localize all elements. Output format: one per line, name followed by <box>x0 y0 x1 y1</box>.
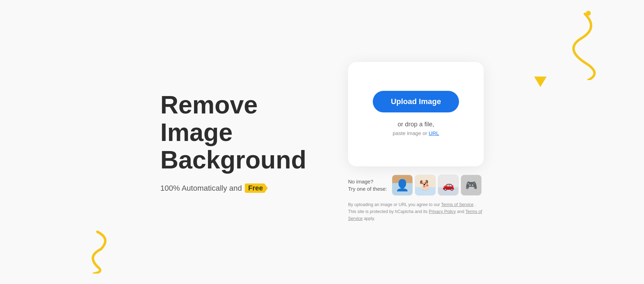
upload-section: Upload Image or drop a file, paste image… <box>348 62 484 222</box>
sample-thumbnails <box>392 175 482 196</box>
main-layout: Remove Image Background 100% Automatical… <box>0 0 644 284</box>
url-link[interactable]: URL <box>429 130 439 136</box>
sample-thumb-car[interactable] <box>438 175 459 196</box>
hero-section: Remove Image Background 100% Automatical… <box>160 91 306 193</box>
legal-text: By uploading an image or URL you agree t… <box>348 201 484 222</box>
drop-text-area: or drop a file, paste image or URL <box>393 119 439 138</box>
subtitle: 100% Automatically and Free <box>160 183 306 193</box>
upload-card: Upload Image or drop a file, paste image… <box>348 62 484 166</box>
page-title: Remove Image Background <box>160 91 306 174</box>
sample-thumb-controller[interactable] <box>461 175 482 196</box>
sample-images-row: No image? Try one of these: <box>348 175 482 196</box>
upload-image-button[interactable]: Upload Image <box>373 91 459 112</box>
sample-label: No image? Try one of these: <box>348 178 387 192</box>
privacy-link[interactable]: Privacy Policy <box>429 209 456 214</box>
tos-link-1[interactable]: Terms of Service <box>441 202 474 207</box>
sample-thumb-dog[interactable] <box>415 175 436 196</box>
sample-thumb-person[interactable] <box>392 175 413 196</box>
free-badge: Free <box>245 183 268 193</box>
